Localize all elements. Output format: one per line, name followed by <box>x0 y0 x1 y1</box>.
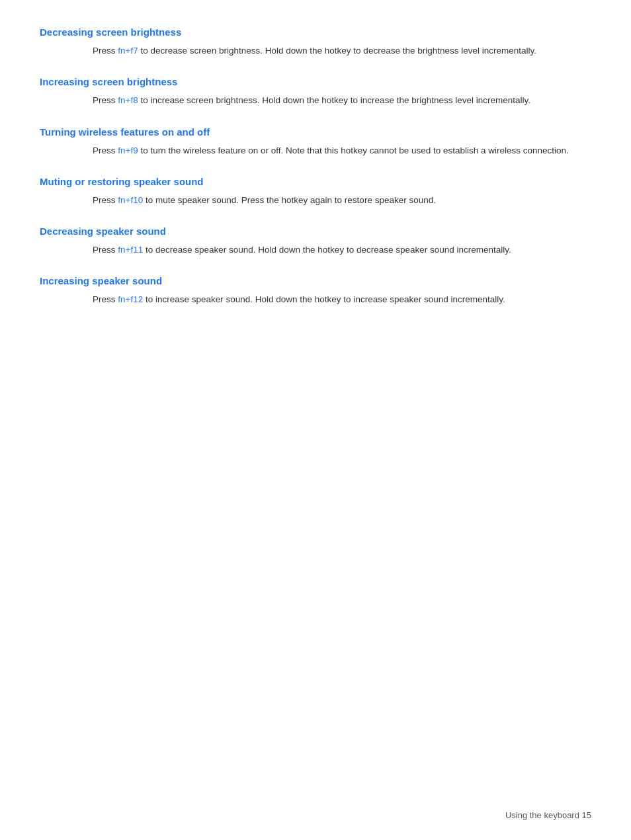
section-heading-decreasing-screen-brightness: Decreasing screen brightness <box>40 26 591 38</box>
footer-text: Using the keyboard 15 <box>505 810 591 820</box>
hotkey-increasing-speaker-sound: fn+f12 <box>118 294 143 304</box>
hotkey-increasing-screen-brightness: fn+f8 <box>118 95 138 105</box>
section-body-muting-restoring-speaker-sound: Press fn+f10 to mute speaker sound. Pres… <box>40 194 591 207</box>
hotkey-decreasing-screen-brightness: fn+f7 <box>118 46 138 56</box>
section-increasing-speaker-sound: Increasing speaker soundPress fn+f12 to … <box>40 275 591 306</box>
section-heading-decreasing-speaker-sound: Decreasing speaker sound <box>40 226 591 237</box>
section-decreasing-speaker-sound: Decreasing speaker soundPress fn+f11 to … <box>40 226 591 257</box>
section-body-increasing-screen-brightness: Press fn+f8 to increase screen brightnes… <box>40 94 591 107</box>
section-body-decreasing-speaker-sound: Press fn+f11 to decrease speaker sound. … <box>40 243 591 257</box>
hotkey-turning-wireless-features: fn+f9 <box>118 146 138 155</box>
section-muting-restoring-speaker-sound: Muting or restoring speaker soundPress f… <box>40 176 591 207</box>
section-body-turning-wireless-features: Press fn+f9 to turn the wireless feature… <box>40 144 591 157</box>
section-heading-turning-wireless-features: Turning wireless features on and off <box>40 126 591 138</box>
section-heading-increasing-screen-brightness: Increasing screen brightness <box>40 76 591 87</box>
page-footer: Using the keyboard 15 <box>505 810 591 820</box>
section-increasing-screen-brightness: Increasing screen brightnessPress fn+f8 … <box>40 76 591 107</box>
section-body-decreasing-screen-brightness: Press fn+f7 to decrease screen brightnes… <box>40 44 591 58</box>
hotkey-muting-restoring-speaker-sound: fn+f10 <box>118 195 143 205</box>
section-body-increasing-speaker-sound: Press fn+f12 to increase speaker sound. … <box>40 293 591 306</box>
section-decreasing-screen-brightness: Decreasing screen brightnessPress fn+f7 … <box>40 26 591 58</box>
section-turning-wireless-features: Turning wireless features on and offPres… <box>40 126 591 157</box>
section-heading-increasing-speaker-sound: Increasing speaker sound <box>40 275 591 286</box>
section-heading-muting-restoring-speaker-sound: Muting or restoring speaker sound <box>40 176 591 187</box>
hotkey-decreasing-speaker-sound: fn+f11 <box>118 245 143 255</box>
page-content: Decreasing screen brightnessPress fn+f7 … <box>0 0 631 378</box>
